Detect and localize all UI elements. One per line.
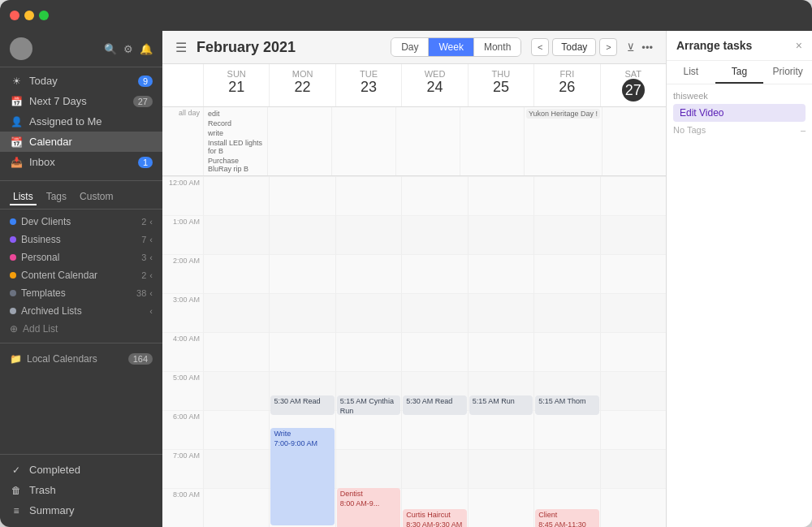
tab-lists[interactable]: Lists bbox=[10, 189, 37, 205]
event-wed-read[interactable]: 5:30 AM Read bbox=[403, 395, 466, 415]
panel-tab-list[interactable]: List bbox=[667, 61, 715, 84]
slot bbox=[270, 176, 335, 215]
tab-tags[interactable]: Tags bbox=[43, 189, 70, 205]
more-icon[interactable]: ••• bbox=[641, 41, 653, 54]
content-calendar-dot bbox=[10, 272, 16, 279]
day-header-thu: Thu 25 bbox=[468, 64, 533, 106]
list-item-personal[interactable]: Personal 3 ‹ bbox=[0, 248, 162, 266]
plus-icon: ⊕ bbox=[10, 323, 18, 335]
calendar-icon: 📆 bbox=[10, 136, 23, 148]
time-label-4: 4:00 AM bbox=[162, 332, 203, 371]
list-item-dev-clients[interactable]: Dev Clients 2 ‹ bbox=[0, 213, 162, 231]
business-dot bbox=[10, 236, 16, 243]
content-calendar-label: Content Calendar bbox=[21, 270, 97, 281]
sidebar-item-summary[interactable]: ≡ Summary bbox=[0, 500, 162, 521]
nav-next-button[interactable]: > bbox=[599, 38, 617, 56]
slot bbox=[534, 293, 599, 332]
sidebar-item-inbox[interactable]: 📥 Inbox 1 bbox=[0, 152, 162, 172]
bell-icon[interactable]: 🔔 bbox=[140, 43, 153, 55]
event-fri-client-845[interactable]: Client8:45 AM-11:30 AM bbox=[535, 509, 598, 527]
calendar-header: ☰ February 2021 Day Week Month < Today >… bbox=[162, 31, 666, 64]
slot bbox=[270, 332, 335, 371]
today-icon: ☀ bbox=[10, 76, 23, 87]
list-item-content-calendar[interactable]: Content Calendar 2 ‹ bbox=[0, 266, 162, 284]
list-item-archived-lists[interactable]: Archived Lists ‹ bbox=[0, 302, 162, 320]
all-day-label: all day bbox=[162, 107, 203, 175]
maximize-button[interactable] bbox=[39, 11, 49, 20]
nav-prev-button[interactable]: < bbox=[531, 38, 549, 56]
calendar-grid: Sun 21 Mon 22 Tue 23 Wed 24 bbox=[162, 64, 666, 527]
slot bbox=[534, 215, 599, 254]
time-label-0: 12:00 AM bbox=[162, 176, 203, 215]
col-thu: 5:15 AM Run Send to TSS9:00 AM-10... Pho… bbox=[468, 176, 533, 527]
sidebar-item-completed[interactable]: ✓ Completed bbox=[0, 460, 162, 480]
event-wed-curtis-haircut[interactable]: Curtis Haircut8:30 AM-9:30 AM bbox=[403, 509, 466, 527]
slot bbox=[270, 254, 335, 293]
minimize-button[interactable] bbox=[24, 11, 34, 20]
local-calendars-label: Local Calendars bbox=[27, 353, 97, 365]
completed-label: Completed bbox=[29, 464, 80, 476]
slot bbox=[601, 488, 666, 527]
slot bbox=[601, 449, 666, 488]
header-spacer bbox=[162, 64, 203, 106]
event-thu-run[interactable]: 5:15 AM Run bbox=[469, 395, 533, 415]
sidebar-item-calendar[interactable]: 📆 Calendar bbox=[0, 132, 162, 152]
local-calendars-header[interactable]: 📁 Local Calendars 164 bbox=[0, 348, 162, 369]
event-tue-dentist[interactable]: Dentist8:00 AM-9... bbox=[337, 488, 400, 527]
view-day-button[interactable]: Day bbox=[391, 38, 429, 56]
traffic-lights bbox=[10, 11, 49, 20]
slot bbox=[336, 332, 401, 371]
templates-dot bbox=[10, 290, 16, 296]
event-mon-write[interactable]: Write7:00-9:00 AM bbox=[270, 428, 334, 525]
list-item-templates[interactable]: Templates 38 ‹ bbox=[0, 284, 162, 302]
filter-icon[interactable]: ⊻ bbox=[627, 41, 635, 54]
today-button[interactable]: Today bbox=[552, 38, 596, 56]
slot bbox=[402, 449, 467, 488]
sidebar-item-today[interactable]: ☀ Today 9 bbox=[0, 71, 162, 91]
slot bbox=[534, 410, 599, 449]
inbox-label: Inbox bbox=[29, 156, 55, 168]
task-edit[interactable]: edit bbox=[205, 109, 266, 119]
event-fri-thom[interactable]: 5:15 AM Thom bbox=[535, 395, 598, 415]
slot bbox=[270, 293, 335, 332]
event-mon-read[interactable]: 5:30 AM Read bbox=[270, 395, 334, 415]
panel-tab-priority[interactable]: Priority bbox=[763, 61, 812, 84]
add-list-button[interactable]: ⊕ Add List bbox=[0, 320, 162, 338]
all-day-mon bbox=[267, 107, 331, 175]
close-button[interactable] bbox=[10, 11, 19, 20]
sidebar-item-next7days[interactable]: 📅 Next 7 Days 27 bbox=[0, 91, 162, 111]
view-month-button[interactable]: Month bbox=[474, 38, 520, 56]
main-content: 🔍 ⚙ 🔔 ☀ Today 9 📅 Next 7 Days 27 👤 bbox=[0, 31, 812, 527]
avatar[interactable] bbox=[10, 37, 32, 60]
header-actions: ⊻ ••• bbox=[627, 41, 653, 54]
panel-tag-item[interactable]: Edit Video bbox=[673, 104, 806, 122]
view-week-button[interactable]: Week bbox=[429, 38, 473, 56]
view-switcher: Day Week Month bbox=[391, 37, 521, 57]
task-install[interactable]: Install LED lights for B bbox=[205, 138, 266, 156]
settings-icon[interactable]: ⚙ bbox=[123, 43, 133, 55]
list-item-business[interactable]: Business 7 ‹ bbox=[0, 231, 162, 248]
slot bbox=[469, 215, 533, 254]
slot bbox=[402, 332, 467, 371]
today-badge: 9 bbox=[138, 76, 153, 87]
sidebar-item-trash[interactable]: 🗑 Trash bbox=[0, 480, 162, 500]
slot bbox=[601, 410, 666, 449]
calendar-title: February 2021 bbox=[197, 39, 296, 56]
day-header-sun: Sun 21 bbox=[203, 64, 269, 106]
event-tue-cynthia-run[interactable]: 5:15 AM Cynthia Run bbox=[337, 395, 400, 415]
tab-custom[interactable]: Custom bbox=[76, 189, 116, 205]
hamburger-icon[interactable]: ☰ bbox=[175, 40, 187, 55]
assigned-label: Assigned to Me bbox=[29, 115, 102, 127]
sidebar-icons: 🔍 ⚙ 🔔 bbox=[104, 43, 153, 55]
all-day-thu bbox=[460, 107, 524, 175]
task-purchase[interactable]: Purchase BluRay rip B bbox=[205, 156, 266, 174]
panel-close-button[interactable]: × bbox=[796, 39, 802, 52]
panel-tab-tag[interactable]: Tag bbox=[715, 61, 764, 84]
time-label-6: 6:00 AM bbox=[162, 410, 203, 449]
sidebar-item-assigned[interactable]: 👤 Assigned to Me bbox=[0, 111, 162, 132]
slot bbox=[204, 332, 269, 371]
task-record[interactable]: Record bbox=[205, 119, 266, 128]
search-icon[interactable]: 🔍 bbox=[104, 43, 117, 55]
slot bbox=[204, 293, 269, 332]
task-write[interactable]: write bbox=[205, 128, 266, 138]
